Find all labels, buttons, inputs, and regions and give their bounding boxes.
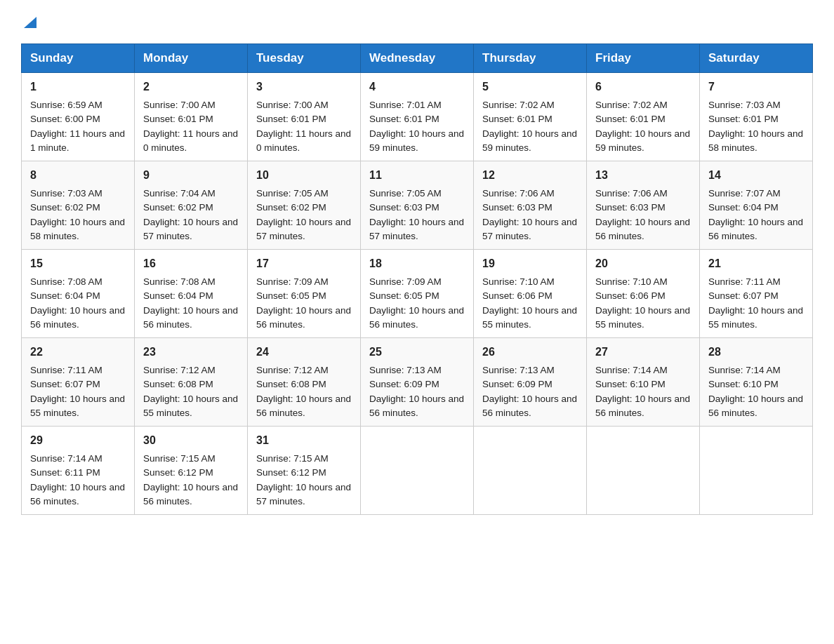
page-header [21, 14, 813, 29]
sunset-text: Sunset: 6:00 PM [30, 114, 100, 124]
calendar-cell: 23Sunrise: 7:12 AMSunset: 6:08 PMDayligh… [135, 338, 248, 427]
sunset-text: Sunset: 6:07 PM [708, 290, 779, 301]
sunrise-text: Sunrise: 7:12 AM [143, 365, 216, 375]
daylight-text: Daylight: 10 hours and 56 minutes. [708, 217, 803, 241]
day-number: 31 [256, 432, 352, 449]
sunset-text: Sunset: 6:01 PM [256, 114, 326, 124]
sunset-text: Sunset: 6:04 PM [708, 202, 779, 213]
daylight-text: Daylight: 11 hours and 1 minute. [30, 128, 125, 153]
sunrise-text: Sunrise: 7:03 AM [708, 100, 781, 110]
sunrise-text: Sunrise: 6:59 AM [30, 100, 102, 110]
sunrise-text: Sunrise: 7:05 AM [369, 188, 442, 199]
calendar-cell: 9Sunrise: 7:04 AMSunset: 6:02 PMDaylight… [135, 161, 248, 250]
daylight-text: Daylight: 11 hours and 0 minutes. [143, 128, 238, 153]
sunset-text: Sunset: 6:01 PM [143, 114, 213, 124]
day-number: 7 [708, 79, 804, 95]
sunset-text: Sunset: 6:03 PM [482, 202, 552, 213]
svg-marker-0 [24, 17, 37, 28]
daylight-text: Daylight: 10 hours and 57 minutes. [482, 217, 577, 241]
calendar-cell: 12Sunrise: 7:06 AMSunset: 6:03 PMDayligh… [474, 161, 587, 250]
sunset-text: Sunset: 6:03 PM [595, 202, 666, 213]
sunrise-text: Sunrise: 7:15 AM [143, 453, 216, 464]
sunrise-text: Sunrise: 7:14 AM [708, 365, 781, 375]
sunrise-text: Sunrise: 7:06 AM [595, 188, 668, 199]
sunrise-text: Sunrise: 7:03 AM [30, 188, 102, 199]
calendar-cell: 10Sunrise: 7:05 AMSunset: 6:02 PMDayligh… [248, 161, 361, 250]
calendar-cell: 18Sunrise: 7:09 AMSunset: 6:05 PMDayligh… [361, 250, 474, 338]
sunrise-text: Sunrise: 7:11 AM [708, 276, 781, 287]
calendar-cell: 25Sunrise: 7:13 AMSunset: 6:09 PMDayligh… [361, 338, 474, 427]
calendar-cell [700, 427, 813, 515]
calendar-cell: 28Sunrise: 7:14 AMSunset: 6:10 PMDayligh… [700, 338, 813, 427]
day-number: 10 [256, 167, 352, 184]
day-number: 19 [482, 255, 578, 272]
calendar-cell: 27Sunrise: 7:14 AMSunset: 6:10 PMDayligh… [587, 338, 700, 427]
sunrise-text: Sunrise: 7:06 AM [482, 188, 555, 199]
weekday-header-thursday: Thursday [474, 44, 587, 73]
daylight-text: Daylight: 10 hours and 56 minutes. [369, 305, 464, 330]
calendar-table: SundayMondayTuesdayWednesdayThursdayFrid… [21, 43, 813, 515]
daylight-text: Daylight: 10 hours and 56 minutes. [256, 394, 351, 418]
calendar-cell: 1Sunrise: 6:59 AMSunset: 6:00 PMDaylight… [22, 73, 135, 161]
calendar-cell [474, 427, 587, 515]
daylight-text: Daylight: 10 hours and 56 minutes. [30, 305, 125, 330]
sunrise-text: Sunrise: 7:13 AM [369, 365, 442, 375]
weekday-header-saturday: Saturday [700, 44, 813, 73]
sunset-text: Sunset: 6:09 PM [482, 379, 552, 389]
sunrise-text: Sunrise: 7:11 AM [30, 365, 102, 375]
sunset-text: Sunset: 6:12 PM [143, 467, 213, 478]
calendar-cell: 29Sunrise: 7:14 AMSunset: 6:11 PMDayligh… [22, 427, 135, 515]
calendar-cell: 5Sunrise: 7:02 AMSunset: 6:01 PMDaylight… [474, 73, 587, 161]
day-number: 15 [30, 255, 126, 272]
daylight-text: Daylight: 10 hours and 56 minutes. [369, 394, 464, 418]
sunset-text: Sunset: 6:01 PM [369, 114, 439, 124]
day-number: 25 [369, 344, 465, 361]
sunrise-text: Sunrise: 7:09 AM [369, 276, 442, 287]
calendar-cell: 19Sunrise: 7:10 AMSunset: 6:06 PMDayligh… [474, 250, 587, 338]
sunrise-text: Sunrise: 7:08 AM [30, 276, 102, 287]
day-number: 22 [30, 344, 126, 361]
daylight-text: Daylight: 10 hours and 57 minutes. [256, 217, 351, 241]
sunrise-text: Sunrise: 7:02 AM [595, 100, 668, 110]
day-number: 4 [369, 79, 465, 95]
calendar-cell: 20Sunrise: 7:10 AMSunset: 6:06 PMDayligh… [587, 250, 700, 338]
day-number: 18 [369, 255, 465, 272]
calendar-cell: 7Sunrise: 7:03 AMSunset: 6:01 PMDaylight… [700, 73, 813, 161]
calendar-cell [361, 427, 474, 515]
sunrise-text: Sunrise: 7:02 AM [482, 100, 555, 110]
sunset-text: Sunset: 6:04 PM [30, 290, 100, 301]
calendar-cell: 8Sunrise: 7:03 AMSunset: 6:02 PMDaylight… [22, 161, 135, 250]
sunset-text: Sunset: 6:01 PM [482, 114, 552, 124]
daylight-text: Daylight: 10 hours and 56 minutes. [708, 394, 803, 418]
day-number: 12 [482, 167, 578, 184]
daylight-text: Daylight: 10 hours and 55 minutes. [482, 305, 577, 330]
sunset-text: Sunset: 6:12 PM [256, 467, 326, 478]
day-number: 6 [595, 79, 691, 95]
daylight-text: Daylight: 10 hours and 56 minutes. [143, 305, 238, 330]
weekday-header-wednesday: Wednesday [361, 44, 474, 73]
sunset-text: Sunset: 6:05 PM [256, 290, 326, 301]
sunset-text: Sunset: 6:08 PM [256, 379, 326, 389]
day-number: 30 [143, 432, 239, 449]
sunrise-text: Sunrise: 7:04 AM [143, 188, 216, 199]
sunrise-text: Sunrise: 7:08 AM [143, 276, 216, 287]
day-number: 8 [30, 167, 126, 184]
calendar-week-row: 1Sunrise: 6:59 AMSunset: 6:00 PMDaylight… [22, 73, 813, 161]
daylight-text: Daylight: 10 hours and 59 minutes. [369, 128, 464, 153]
calendar-week-row: 15Sunrise: 7:08 AMSunset: 6:04 PMDayligh… [22, 250, 813, 338]
sunrise-text: Sunrise: 7:14 AM [595, 365, 668, 375]
sunrise-text: Sunrise: 7:07 AM [708, 188, 781, 199]
sunrise-text: Sunrise: 7:09 AM [256, 276, 329, 287]
day-number: 24 [256, 344, 352, 361]
sunset-text: Sunset: 6:10 PM [708, 379, 779, 389]
sunrise-text: Sunrise: 7:05 AM [256, 188, 329, 199]
day-number: 1 [30, 79, 126, 95]
calendar-cell: 22Sunrise: 7:11 AMSunset: 6:07 PMDayligh… [22, 338, 135, 427]
calendar-cell: 26Sunrise: 7:13 AMSunset: 6:09 PMDayligh… [474, 338, 587, 427]
weekday-header-sunday: Sunday [22, 44, 135, 73]
day-number: 26 [482, 344, 578, 361]
sunset-text: Sunset: 6:01 PM [708, 114, 779, 124]
daylight-text: Daylight: 11 hours and 0 minutes. [256, 128, 351, 153]
sunrise-text: Sunrise: 7:10 AM [482, 276, 555, 287]
calendar-week-row: 29Sunrise: 7:14 AMSunset: 6:11 PMDayligh… [22, 427, 813, 515]
